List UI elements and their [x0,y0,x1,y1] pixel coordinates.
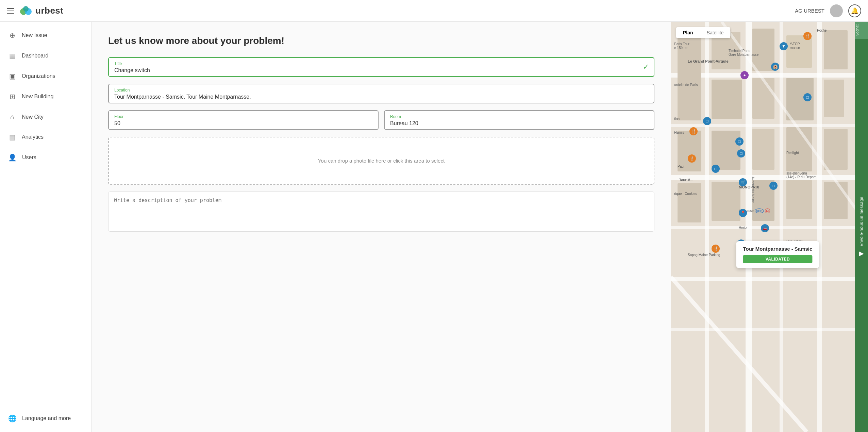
city-icon: ⌂ [8,113,16,121]
globe-icon: 🌐 [8,414,17,422]
svg-rect-26 [824,129,848,170]
map-label-sopag: Sopag Maine Parking [688,253,720,257]
sidebar-item-label: Organizations [22,73,55,79]
map-label-1: Le Grand Point-Virgule [688,59,729,63]
sidebar-item-organizations[interactable]: ▣ Organizations [0,66,91,86]
map-label-timhotel: Timhotel ParisGare Montparnasse [729,49,758,56]
svg-rect-32 [678,183,701,222]
map-pin-orange-3: 🍴 [688,154,696,163]
description-textarea[interactable] [114,197,649,225]
sidebar-item-label: Analytics [22,134,44,140]
layout: ⊕ New Issue ▦ Dashboard ▣ Organizations … [0,22,868,432]
map-svg [671,22,868,432]
svg-rect-30 [786,180,812,219]
plan-button[interactable]: Plan [676,27,700,38]
form-heading: Let us know more about your problem! [108,35,654,46]
sidebar-item-label: New Issue [22,32,47,38]
title-input[interactable] [114,67,648,73]
svg-rect-17 [824,30,848,69]
photo-drop-label: You can drop a photo file here or click … [318,158,445,164]
title-field[interactable]: Title ✓ [108,57,654,77]
map-label-burdelle: urdelle de Paris [674,83,698,87]
analytics-icon: ▤ [8,133,16,141]
floor-field[interactable]: Floor [108,110,379,130]
svg-rect-11 [671,226,868,229]
map-label-tourm: Tour M... [679,178,693,182]
photo-drop-area[interactable]: You can drop a photo file here or click … [108,137,654,185]
map-toggle: Plan Satellite [676,27,730,38]
sidebar-item-label: Dashboard [22,53,48,59]
chat-icon: ▶ [859,250,864,257]
map-pin-blue-2: 🏨 [771,63,779,71]
map-label-avenue: Avenue du Maine [751,177,755,203]
sidebar-item-users[interactable]: 👤 Users [0,147,91,168]
svg-rect-25 [786,127,812,171]
logo-text: urbest [35,5,63,16]
map-pin-purple-1: ● [740,71,749,79]
main-form-panel: Let us know more about your problem! Tit… [92,22,671,432]
avatar [830,4,843,17]
map-pin-blue-6: □ [737,149,745,157]
location-input[interactable] [114,94,648,100]
location-label: Location [114,88,648,93]
room-field[interactable]: Room [384,110,654,130]
map-label-redlight: Redlight [786,151,799,155]
building-icon: ⊞ [8,93,16,101]
svg-rect-16 [786,35,812,68]
sidebar-item-analytics[interactable]: ▤ Analytics [0,127,91,147]
title-field-group: Title ✓ [108,57,654,77]
svg-rect-21 [824,80,844,117]
sidebar-item-new-building[interactable]: ⊞ New Building [0,86,91,107]
map-label-cookies: rique - Cookies [674,192,697,196]
check-icon: ✓ [643,63,649,71]
sidebar-item-label: New Building [22,94,53,100]
sidebar-item-new-city[interactable]: ⌂ New City [0,107,91,127]
map-label-hertz: Hertz [739,226,747,230]
map-label-paris-tour: Paris Toure 15ème [674,42,689,50]
sidebar: ⊕ New Issue ▦ Dashboard ▣ Organizations … [0,22,92,432]
bell-icon[interactable]: 🔔 [848,4,861,17]
map-pin-blue-1: ▼ [780,42,788,50]
map-label-flams: Flam's [674,131,684,134]
map-pin-blue-5: □ [735,137,744,146]
sidebar-item-new-issue[interactable]: ⊕ New Issue [0,25,91,46]
svg-rect-10 [671,175,868,180]
map-tooltip: Tour Montparnasse - Samsic VALIDATED [736,241,819,268]
header-right: AG URBEST 🔔 [795,4,861,17]
organizations-icon: ▣ [8,72,16,80]
svg-rect-24 [752,129,774,170]
chat-bar[interactable]: jvochat Envoie-nous un message ▶ [855,22,868,432]
logo-icon [19,4,33,18]
sidebar-item-label: Users [22,154,36,161]
hamburger-menu[interactable] [7,8,14,14]
location-field-group: Location [108,84,654,103]
floor-input[interactable] [114,120,372,127]
map-pin-blue-3: □ [803,93,812,101]
map-pin-blue-10: 📍 [739,209,747,217]
floor-label: Floor [114,114,372,119]
chat-bar-text: Envoie-nous un message [859,197,864,246]
sidebar-item-label: New City [22,114,44,120]
map-label-action: tion [674,117,680,121]
svg-rect-12 [671,277,868,281]
sidebar-item-dashboard[interactable]: ▦ Dashboard [0,46,91,66]
user-label: AG URBEST [795,8,824,14]
room-input[interactable] [390,120,648,127]
dashboard-icon: ▦ [8,52,16,60]
tooltip-title: Tour Montparnasse - Samsic [743,246,812,252]
header-left: urbest [7,4,63,18]
map-label-paul: Paul [678,165,684,168]
satellite-button[interactable]: Satellite [700,27,731,38]
location-field[interactable]: Location [108,84,654,103]
map-pin-blue-4: □ [703,117,711,125]
sidebar-item-label: Language and more [22,415,71,421]
map-pin-orange-1: 🍴 [803,32,812,40]
svg-rect-18 [712,80,742,119]
users-icon: 👤 [8,153,17,162]
sidebar-item-language[interactable]: 🌐 Language and more [0,408,91,429]
svg-rect-23 [712,131,740,170]
map-label-bienvenue: sse-Bienvenu(14e) - R du Départ [786,171,816,179]
description-field[interactable] [108,192,654,232]
floor-room-group: Floor Room [108,110,654,130]
title-label: Title [114,61,648,66]
